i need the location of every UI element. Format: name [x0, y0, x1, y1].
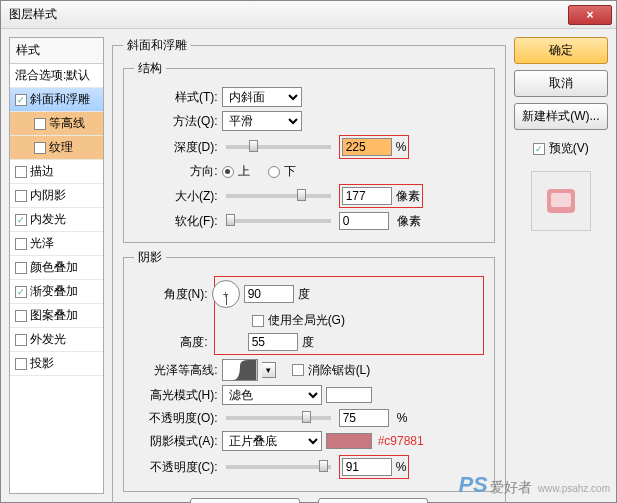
angle-label: 角度(N):	[148, 286, 208, 303]
styles-header: 样式	[10, 38, 103, 64]
soften-label: 软化(F):	[134, 213, 218, 230]
angle-input[interactable]	[244, 285, 294, 303]
depth-input[interactable]	[342, 138, 392, 156]
shadow-opacity-label: 不透明度(C):	[134, 459, 218, 476]
size-unit: 像素	[396, 189, 420, 203]
reset-default-button[interactable]: 复位为默认值	[318, 498, 428, 503]
style-item-8[interactable]: 颜色叠加	[10, 256, 103, 280]
direction-down-label: 下	[284, 163, 296, 180]
style-item-11[interactable]: 外发光	[10, 328, 103, 352]
style-item-6[interactable]: ✓内发光	[10, 208, 103, 232]
style-checkbox-7[interactable]	[15, 238, 27, 250]
style-checkbox-5[interactable]	[15, 190, 27, 202]
style-checkbox-2[interactable]	[34, 118, 46, 130]
highlight-opacity-label: 不透明度(O):	[134, 410, 218, 427]
style-item-2[interactable]: 等高线	[10, 112, 103, 136]
soften-unit: 像素	[397, 213, 421, 230]
depth-unit: %	[396, 140, 407, 154]
style-item-5[interactable]: 内阴影	[10, 184, 103, 208]
cancel-button[interactable]: 取消	[514, 70, 608, 97]
style-checkbox-1[interactable]: ✓	[15, 94, 27, 106]
titlebar: 图层样式 ×	[1, 1, 616, 29]
style-label-3: 纹理	[49, 139, 73, 156]
soften-input[interactable]	[339, 212, 389, 230]
angle-dial[interactable]: +	[212, 280, 240, 308]
structure-fieldset: 结构 样式(T): 内斜面 方法(Q): 平滑 深度(D): %	[123, 60, 495, 243]
settings-panel: 斜面和浮雕 结构 样式(T): 内斜面 方法(Q): 平滑 深度(D): %	[112, 37, 506, 494]
shadow-opacity-input[interactable]	[342, 458, 392, 476]
depth-slider[interactable]	[226, 145, 331, 149]
style-item-12[interactable]: 投影	[10, 352, 103, 376]
size-input[interactable]	[342, 187, 392, 205]
watermark-logo: PS	[458, 472, 487, 498]
preview-thumbnail	[531, 171, 591, 231]
technique-select[interactable]: 平滑	[222, 111, 302, 131]
highlight-mode-select[interactable]: 滤色	[222, 385, 322, 405]
shadow-opacity-unit: %	[396, 460, 407, 474]
style-label-0: 混合选项:默认	[15, 67, 90, 84]
altitude-input[interactable]	[248, 333, 298, 351]
shadow-color-annotation: #c97881	[378, 434, 424, 448]
style-checkbox-6[interactable]: ✓	[15, 214, 27, 226]
preview-icon	[541, 181, 581, 221]
shadow-mode-label: 阴影模式(A):	[134, 433, 218, 450]
preview-checkbox[interactable]: ✓	[533, 143, 545, 155]
right-buttons-panel: 确定 取消 新建样式(W)... ✓ 预览(V)	[514, 37, 608, 494]
style-label-11: 外发光	[30, 331, 66, 348]
style-label-1: 斜面和浮雕	[30, 91, 90, 108]
window-title: 图层样式	[9, 6, 568, 23]
size-slider[interactable]	[226, 194, 331, 198]
direction-label: 方向:	[134, 163, 218, 180]
close-button[interactable]: ×	[568, 5, 612, 25]
style-item-9[interactable]: ✓渐变叠加	[10, 280, 103, 304]
style-item-3[interactable]: 纹理	[10, 136, 103, 160]
shadow-mode-select[interactable]: 正片叠底	[222, 431, 322, 451]
gloss-contour-dropdown[interactable]: ▼	[262, 362, 276, 378]
bevel-legend: 斜面和浮雕	[123, 37, 191, 54]
highlight-opacity-input[interactable]	[339, 409, 389, 427]
style-label-8: 颜色叠加	[30, 259, 78, 276]
style-label-12: 投影	[30, 355, 54, 372]
shading-legend: 阴影	[134, 249, 166, 266]
style-item-4[interactable]: 描边	[10, 160, 103, 184]
style-checkbox-12[interactable]	[15, 358, 27, 370]
size-label: 大小(Z):	[134, 188, 218, 205]
style-label: 样式(T):	[134, 89, 218, 106]
layer-style-dialog: 图层样式 × 样式 混合选项:默认✓斜面和浮雕等高线纹理描边内阴影✓内发光光泽颜…	[0, 0, 617, 503]
bevel-fieldset: 斜面和浮雕 结构 样式(T): 内斜面 方法(Q): 平滑 深度(D): %	[112, 37, 506, 503]
new-style-button[interactable]: 新建样式(W)...	[514, 103, 608, 130]
highlight-mode-label: 高光模式(H):	[134, 387, 218, 404]
direction-up-label: 上	[238, 163, 250, 180]
style-checkbox-3[interactable]	[34, 142, 46, 154]
style-item-7[interactable]: 光泽	[10, 232, 103, 256]
shadow-opacity-slider[interactable]	[226, 465, 331, 469]
style-checkbox-9[interactable]: ✓	[15, 286, 27, 298]
make-default-button[interactable]: 设置为默认值	[190, 498, 300, 503]
antialias-checkbox[interactable]	[292, 364, 304, 376]
gloss-contour-picker[interactable]	[222, 359, 258, 381]
style-checkbox-4[interactable]	[15, 166, 27, 178]
global-light-checkbox[interactable]	[252, 315, 264, 327]
direction-down-radio[interactable]	[268, 166, 280, 178]
watermark-text: 爱好者	[490, 479, 532, 497]
style-checkbox-8[interactable]	[15, 262, 27, 274]
direction-up-radio[interactable]	[222, 166, 234, 178]
altitude-label: 高度:	[148, 334, 208, 351]
technique-label: 方法(Q):	[134, 113, 218, 130]
style-label-2: 等高线	[49, 115, 85, 132]
gloss-label: 光泽等高线:	[134, 362, 218, 379]
style-checkbox-11[interactable]	[15, 334, 27, 346]
style-item-10[interactable]: 图案叠加	[10, 304, 103, 328]
style-item-1[interactable]: ✓斜面和浮雕	[10, 88, 103, 112]
soften-slider[interactable]	[226, 219, 331, 223]
altitude-unit: 度	[302, 334, 314, 351]
highlight-color-swatch[interactable]	[326, 387, 372, 403]
style-checkbox-10[interactable]	[15, 310, 27, 322]
angle-unit: 度	[298, 286, 310, 303]
shadow-color-swatch[interactable]	[326, 433, 372, 449]
highlight-opacity-slider[interactable]	[226, 416, 331, 420]
style-label-7: 光泽	[30, 235, 54, 252]
style-select[interactable]: 内斜面	[222, 87, 302, 107]
style-item-0[interactable]: 混合选项:默认	[10, 64, 103, 88]
ok-button[interactable]: 确定	[514, 37, 608, 64]
